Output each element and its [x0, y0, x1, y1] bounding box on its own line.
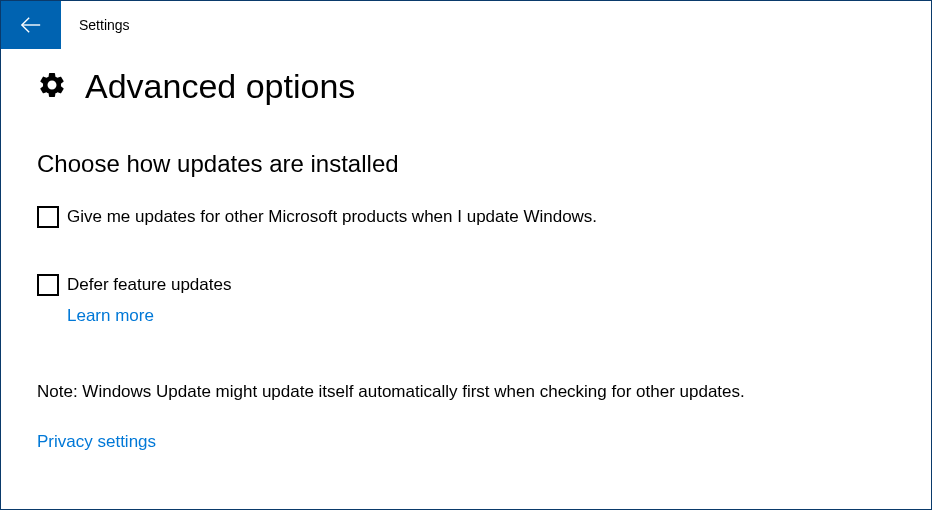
learn-more-link[interactable]: Learn more: [67, 306, 154, 326]
option-group-other-products: Give me updates for other Microsoft prod…: [37, 206, 895, 228]
note-text: Note: Windows Update might update itself…: [37, 382, 895, 402]
arrow-left-icon: [20, 14, 42, 36]
content-area: Advanced options Choose how updates are …: [1, 49, 931, 452]
page-title: Advanced options: [85, 67, 355, 106]
section-title: Choose how updates are installed: [37, 150, 895, 178]
checkbox-label-defer: Defer feature updates: [67, 274, 231, 296]
privacy-settings-link[interactable]: Privacy settings: [37, 432, 156, 451]
checkbox-row-other-products: Give me updates for other Microsoft prod…: [37, 206, 895, 228]
option-group-defer: Defer feature updates Learn more: [37, 274, 895, 326]
page-title-row: Advanced options: [37, 67, 895, 106]
back-button[interactable]: [1, 1, 61, 49]
gear-icon: [37, 70, 67, 104]
checkbox-other-products[interactable]: [37, 206, 59, 228]
checkbox-defer-updates[interactable]: [37, 274, 59, 296]
header-bar: Settings: [1, 1, 931, 49]
header-title: Settings: [79, 17, 130, 33]
checkbox-row-defer: Defer feature updates: [37, 274, 895, 296]
checkbox-label-other-products: Give me updates for other Microsoft prod…: [67, 206, 597, 228]
